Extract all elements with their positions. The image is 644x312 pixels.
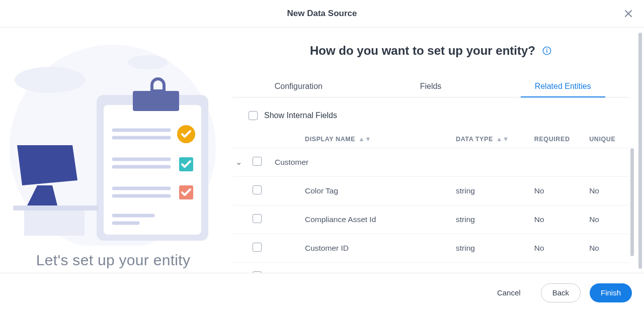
cell-data-type: string [453, 177, 531, 205]
group-checkbox[interactable] [253, 157, 262, 166]
cell-unique: No [586, 205, 629, 234]
tab-configuration[interactable]: Configuration [232, 75, 365, 97]
content-scrollbar-thumb[interactable] [630, 148, 634, 256]
modal-body: Let's set up your entity How do you want… [0, 28, 644, 273]
close-icon [624, 10, 632, 18]
sidebar-tagline: Let's set up your entity [36, 252, 190, 269]
question-title: How do you want to set up your entity? [310, 44, 535, 58]
group-label: Customer [272, 148, 629, 177]
svg-rect-5 [133, 91, 179, 111]
group-row[interactable]: ⌄ Customer [232, 148, 629, 177]
scrollbar-thumb[interactable] [638, 33, 642, 269]
modal-title: New Data Source [287, 9, 357, 19]
row-checkbox[interactable] [253, 214, 262, 223]
row-checkbox[interactable] [253, 271, 262, 273]
svg-rect-22 [546, 50, 547, 53]
clipboard-illustration [2, 35, 224, 246]
cell-unique: No [586, 263, 629, 273]
svg-point-2 [128, 55, 168, 69]
col-unique[interactable]: UNIQUE [586, 132, 629, 148]
cell-data-type: string [453, 205, 531, 234]
sidebar: Let's set up your entity [0, 28, 226, 273]
cell-unique: No [586, 234, 629, 263]
fields-table: DISPLAY NAME▲▼ DATA TYPE▲▼ REQUIRED UNIQ… [232, 132, 629, 273]
sort-icon: ▲▼ [496, 136, 509, 143]
cell-display-name: Compliance Asset Id [302, 205, 453, 234]
table-row: Customer ID string No No [232, 234, 629, 263]
cell-unique: No [586, 177, 629, 205]
cell-display-name: Customer Name [302, 263, 453, 273]
col-display-name[interactable]: DISPLAY NAME▲▼ [302, 132, 453, 148]
question-row: How do you want to set up your entity? [232, 44, 629, 58]
cell-required: No [531, 263, 586, 273]
modal-scrollbar[interactable] [638, 33, 642, 268]
row-checkbox[interactable] [253, 185, 262, 194]
table-row: Compliance Asset Id string No No [232, 205, 629, 234]
modal: New Data Source [0, 0, 644, 312]
footer: Cancel Back Finish [0, 273, 644, 312]
back-button[interactable]: Back [541, 283, 581, 302]
col-required[interactable]: REQUIRED [531, 132, 586, 148]
cell-display-name: Customer ID [302, 234, 453, 263]
show-internal-fields-checkbox[interactable] [249, 111, 258, 120]
svg-point-21 [546, 49, 547, 50]
toolbar: Show Internal Fields [232, 97, 629, 132]
sort-icon: ▲▼ [358, 136, 371, 143]
chevron-down-icon: ⌄ [235, 158, 242, 166]
cell-required: No [531, 234, 586, 263]
tabs: Configuration Fields Related Entities [232, 75, 629, 97]
finish-button[interactable]: Finish [590, 283, 632, 302]
row-checkbox[interactable] [253, 243, 262, 252]
cell-data-type: string [453, 263, 531, 273]
info-icon[interactable] [542, 46, 551, 55]
table-row: Customer Name string No No [232, 263, 629, 273]
cell-required: No [531, 177, 586, 205]
content: How do you want to set up your entity? C… [226, 28, 644, 273]
cancel-button[interactable]: Cancel [486, 283, 532, 302]
cell-data-type: string [453, 234, 531, 263]
svg-rect-19 [24, 211, 85, 236]
illustration [2, 35, 224, 246]
modal-header: New Data Source [0, 0, 644, 28]
svg-point-1 [15, 67, 85, 93]
cell-display-name: Color Tag [302, 177, 453, 205]
show-internal-fields-label[interactable]: Show Internal Fields [264, 111, 337, 120]
svg-rect-18 [13, 205, 99, 211]
tab-related-entities[interactable]: Related Entities [497, 75, 629, 97]
col-data-type[interactable]: DATA TYPE▲▼ [453, 132, 531, 148]
tab-fields[interactable]: Fields [365, 75, 497, 97]
close-button[interactable] [622, 7, 635, 20]
cell-required: No [531, 205, 586, 234]
table-row: Color Tag string No No [232, 177, 629, 205]
